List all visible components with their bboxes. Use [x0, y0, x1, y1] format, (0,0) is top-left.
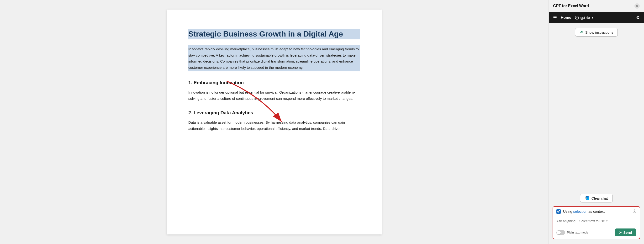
send-label: Send — [623, 230, 632, 234]
ask-input[interactable] — [553, 216, 640, 226]
context-using-label: Using — [563, 210, 572, 214]
doc-intro: In today's rapidly evolving marketplace,… — [188, 45, 360, 72]
context-after-label: as context — [588, 210, 604, 214]
sidebar: GPT for Excel Word ✕ ☰ Home gpt-4o ▼ ⚙ 👁… — [548, 0, 644, 244]
chevron-down-icon: ▼ — [591, 16, 594, 19]
section-1-heading: 1. Embracing Innovation — [188, 80, 360, 86]
openai-icon — [575, 16, 579, 20]
hamburger-icon[interactable]: ☰ — [553, 15, 557, 20]
context-box: Using selection as context ⓘ — [552, 206, 640, 239]
model-label: gpt-4o — [580, 16, 590, 20]
selection-link[interactable]: selection — [573, 210, 588, 214]
send-icon: ➤ — [619, 231, 622, 234]
home-label[interactable]: Home — [561, 16, 571, 20]
clear-chat-button[interactable]: 🪣 Clear chat — [580, 194, 613, 202]
sidebar-titlebar: GPT for Excel Word ✕ — [549, 0, 644, 12]
toggle-knob — [557, 231, 561, 234]
sidebar-body: 👁 Show instructions 🪣 Clear chat Using s… — [549, 23, 644, 244]
section-2-heading: 2. Leveraging Data Analytics — [188, 110, 360, 116]
broom-icon: 🪣 — [585, 196, 590, 200]
doc-title: Strategic Business Growth in a Digital A… — [188, 29, 360, 40]
model-selector[interactable]: gpt-4o ▼ — [575, 16, 594, 20]
plain-text-toggle-switch[interactable] — [556, 230, 565, 235]
section-2-body: Data is a valuable asset for modern busi… — [188, 119, 360, 132]
section-1-body: Innovation is no longer optional but ess… — [188, 89, 360, 102]
close-icon: ✕ — [636, 4, 638, 8]
context-row: Using selection as context ⓘ — [553, 207, 640, 216]
sidebar-title: GPT for Excel Word — [553, 4, 589, 8]
show-instructions-label: Show instructions — [585, 30, 614, 34]
chat-footer: Plain text mode ➤ Send — [553, 226, 640, 239]
show-instructions-button[interactable]: 👁 Show instructions — [575, 28, 618, 36]
document-page: Strategic Business Growth in a Digital A… — [167, 10, 382, 234]
context-label: Using selection as context — [563, 210, 630, 214]
context-checkbox[interactable] — [556, 210, 561, 214]
plain-text-toggle: Plain text mode — [556, 230, 588, 235]
info-icon[interactable]: ⓘ — [633, 209, 636, 214]
sidebar-header: ☰ Home gpt-4o ▼ ⚙ — [549, 12, 644, 23]
eye-icon: 👁 — [580, 30, 583, 34]
gear-icon[interactable]: ⚙ — [636, 15, 640, 20]
send-button[interactable]: ➤ Send — [615, 228, 636, 236]
clear-chat-label: Clear chat — [592, 196, 608, 200]
chat-area — [552, 41, 640, 194]
document-area: Strategic Business Growth in a Digital A… — [0, 0, 548, 244]
close-button[interactable]: ✕ — [634, 3, 640, 8]
plain-text-label: Plain text mode — [567, 231, 588, 234]
